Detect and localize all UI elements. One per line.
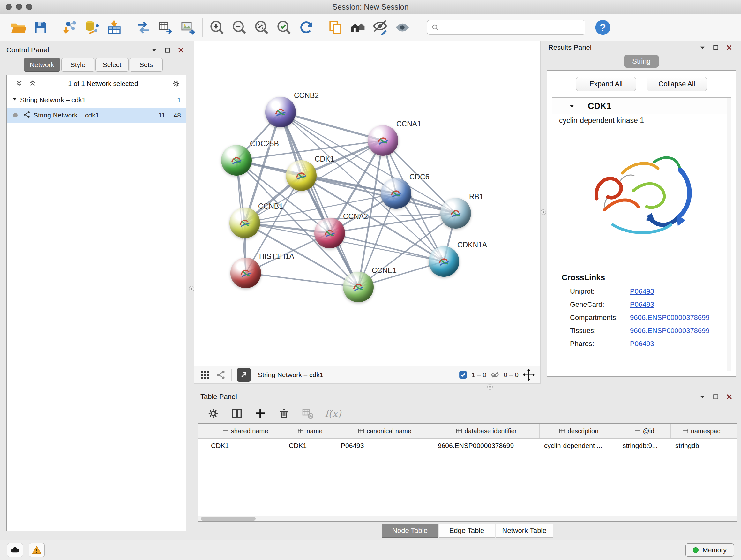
network-view-mode-button[interactable] [215,369,226,380]
float-panel-button[interactable] [162,45,173,55]
grid-view-button[interactable] [199,369,210,380]
cloud-status-button[interactable] [7,543,23,557]
warnings-button[interactable] [29,543,45,557]
column-header-name[interactable]: name [284,424,336,438]
tab-network[interactable]: Network [23,58,60,71]
expand-all-button[interactable]: Expand All [576,77,636,91]
network-canvas[interactable]: CCNB2CCNA1CDC25BCDK1CDC6RB1CCNB1CCNA2CDK… [194,41,540,366]
tree-expand-caret-icon[interactable] [12,96,17,104]
zoom-fit-button[interactable] [251,17,273,38]
delete-column-button[interactable] [278,407,290,420]
help-button[interactable]: ? [594,18,612,37]
expand-all-button[interactable] [27,79,38,88]
table-options-button[interactable] [207,407,219,420]
network-node-hist1h1a[interactable] [230,258,261,288]
collapse-panel-button[interactable] [697,43,708,52]
tab-style[interactable]: Style [61,58,94,71]
network-collection-row[interactable]: String Network – cdk1 1 [7,92,186,108]
splitter-handle[interactable] [487,384,493,389]
float-panel-button[interactable] [711,392,721,401]
tab-network-table[interactable]: Network Table [495,523,553,538]
table-cell[interactable]: CDK1 [206,439,284,453]
table-cell[interactable]: CDK1 [284,439,336,453]
collapse-all-button[interactable]: Collapse All [647,77,707,91]
network-edges-svg[interactable] [194,41,540,366]
birdseye-view-button[interactable] [237,368,251,381]
scrollbar-thumb[interactable] [201,517,256,521]
show-all-networks-button[interactable] [347,17,369,38]
open-session-button[interactable] [7,17,29,38]
memory-button[interactable]: Memory [685,543,734,557]
crosslink-link[interactable]: P06493 [630,300,654,309]
table-cell[interactable]: stringdb [671,439,732,453]
crosslink-link[interactable]: P06493 [630,340,654,348]
minimize-window-button[interactable] [16,4,22,10]
crosslink-link[interactable]: P06493 [630,287,654,296]
column-header-database-identifier[interactable]: database identifier [433,424,540,438]
zoom-window-button[interactable] [26,4,32,10]
import-network-from-file-button[interactable] [58,17,81,38]
column-header-shared-name[interactable]: shared name [206,424,284,438]
network-node-rb1[interactable] [441,198,471,229]
zoom-out-button[interactable] [228,17,251,38]
export-image-button[interactable] [177,17,199,38]
export-table-button[interactable] [154,17,177,38]
clear-table-button[interactable] [301,407,314,420]
tab-sets[interactable]: Sets [130,58,163,71]
column-header-description[interactable]: description [540,424,618,438]
network-node-cdc6[interactable] [381,178,411,209]
zoom-selected-button[interactable] [273,17,295,38]
collapse-panel-button[interactable] [149,45,159,55]
network-node-cdc25b[interactable] [221,145,252,176]
table-horizontal-scrollbar[interactable] [198,516,737,521]
close-panel-button[interactable] [176,45,186,55]
splitter-handle[interactable] [541,209,546,215]
add-column-button[interactable] [254,407,267,420]
tab-select[interactable]: Select [95,58,129,71]
refresh-view-button[interactable] [295,17,318,38]
network-item-row[interactable]: String Network – cdk1 11 48 [7,108,186,123]
tab-node-table[interactable]: Node Table [382,523,438,538]
crosslink-link[interactable]: 9606.ENSP00000378699 [630,327,710,335]
function-builder-button[interactable]: f(x) [325,408,341,419]
hidden-eye-slash-icon[interactable] [490,370,500,380]
crosslink-link[interactable]: 9606.ENSP00000378699 [630,314,710,322]
network-node-ccnb2[interactable] [265,97,296,127]
close-panel-button[interactable] [724,392,735,401]
pan-network-button[interactable] [522,368,535,381]
collapse-panel-button[interactable] [697,392,708,401]
network-node-ccna1[interactable] [367,125,398,156]
toolbar-search[interactable] [427,20,585,35]
network-node-ccna2[interactable] [314,218,345,248]
splitter-handle[interactable] [189,286,194,292]
table-row[interactable]: CDK1CDK1P064939606.ENSP00000378699cyclin… [198,439,737,453]
tab-string[interactable]: String [624,55,659,68]
column-header-namespac[interactable]: namespac [671,424,732,438]
show-columns-button[interactable] [230,407,243,420]
network-node-ccnb1[interactable] [229,207,260,238]
protein-section-header[interactable]: CDK1 [552,98,731,114]
close-window-button[interactable] [6,4,12,10]
table-cell[interactable]: 9606.ENSP00000378699 [433,439,540,453]
network-node-ccne1[interactable] [343,272,374,302]
table-cell[interactable]: P06493 [336,439,433,453]
collapse-all-button[interactable] [14,79,24,88]
column-header-canonical-name[interactable]: canonical name [336,424,433,438]
right-splitter[interactable] [541,41,546,384]
table-splitter[interactable] [194,384,737,390]
table-cell[interactable]: cyclin-dependent ... [540,439,618,453]
results-scrollbar[interactable] [727,98,731,371]
close-panel-button[interactable] [724,43,735,52]
zoom-in-button[interactable] [206,17,228,38]
import-network-from-database-button[interactable] [81,17,103,38]
selected-checkbox-icon[interactable] [458,370,468,380]
save-session-button[interactable] [29,17,52,38]
network-options-button[interactable] [171,79,182,88]
network-node-cdk1[interactable] [286,160,317,191]
search-input[interactable] [442,23,581,31]
table-cell[interactable]: stringdb:9... [618,439,671,453]
import-table-from-file-button[interactable] [103,17,125,38]
column-header--id[interactable]: @id [618,424,671,438]
show-annotations-button[interactable] [391,17,414,38]
network-node-cdkn1a[interactable] [428,246,459,277]
